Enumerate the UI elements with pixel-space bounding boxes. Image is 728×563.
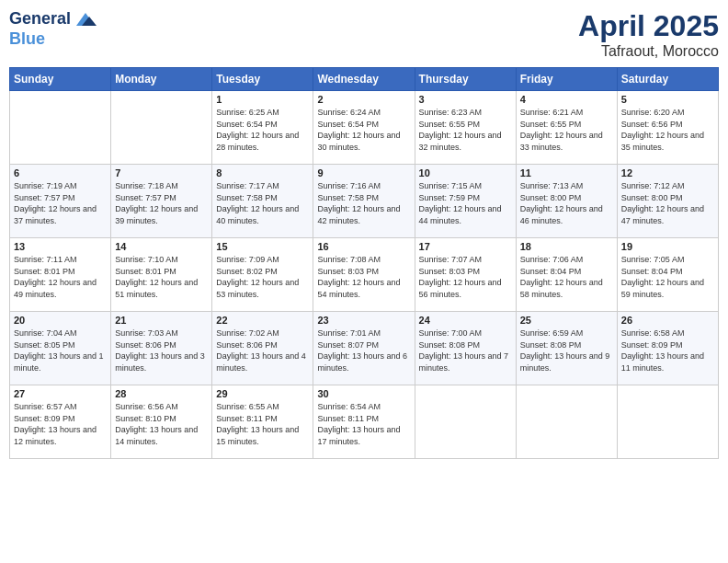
day-number: 8 [216,167,309,178]
day-info: Sunrise: 7:03 AMSunset: 8:06 PMDaylight:… [115,327,208,373]
day-info: Sunrise: 6:56 AMSunset: 8:10 PMDaylight:… [115,401,208,447]
day-info: Sunrise: 6:57 AMSunset: 8:09 PMDaylight:… [14,401,107,447]
day-info: Sunrise: 7:04 AMSunset: 8:05 PMDaylight:… [14,327,107,373]
day-info: Sunrise: 6:58 AMSunset: 8:09 PMDaylight:… [621,327,714,373]
day-number: 20 [14,315,107,326]
col-tuesday: Tuesday [212,68,313,91]
day-info: Sunrise: 7:11 AMSunset: 8:01 PMDaylight:… [14,254,107,300]
table-row: 18Sunrise: 7:06 AMSunset: 8:04 PMDayligh… [516,238,617,312]
day-info: Sunrise: 7:19 AMSunset: 7:57 PMDaylight:… [14,180,107,226]
day-number: 2 [317,94,410,105]
table-row: 3Sunrise: 6:23 AMSunset: 6:55 PMDaylight… [415,91,516,165]
day-number: 4 [520,94,613,105]
day-number: 10 [419,167,512,178]
table-row: 7Sunrise: 7:18 AMSunset: 7:57 PMDaylight… [111,165,212,238]
day-info: Sunrise: 7:02 AMSunset: 8:06 PMDaylight:… [216,327,309,373]
logo-blue: Blue [9,29,98,50]
day-number: 14 [115,241,208,252]
col-thursday: Thursday [415,68,516,91]
day-number: 24 [419,315,512,326]
table-row: 21Sunrise: 7:03 AMSunset: 8:06 PMDayligh… [111,312,212,385]
day-info: Sunrise: 7:06 AMSunset: 8:04 PMDaylight:… [520,254,613,300]
day-number: 26 [621,315,714,326]
table-row: 11Sunrise: 7:13 AMSunset: 8:00 PMDayligh… [516,165,617,238]
table-row: 6Sunrise: 7:19 AMSunset: 7:57 PMDaylight… [10,165,111,238]
table-row: 8Sunrise: 7:17 AMSunset: 7:58 PMDaylight… [212,165,313,238]
day-number: 12 [621,167,714,178]
day-number: 6 [14,167,107,178]
day-info: Sunrise: 6:55 AMSunset: 8:11 PMDaylight:… [216,401,309,447]
day-info: Sunrise: 7:08 AMSunset: 8:03 PMDaylight:… [317,254,410,300]
day-number: 7 [115,167,208,178]
day-info: Sunrise: 7:01 AMSunset: 8:07 PMDaylight:… [317,327,410,373]
day-info: Sunrise: 7:07 AMSunset: 8:03 PMDaylight:… [419,254,512,300]
table-row [111,91,212,165]
logo-icon [73,9,98,29]
table-row: 10Sunrise: 7:15 AMSunset: 7:59 PMDayligh… [415,165,516,238]
day-number: 25 [520,315,613,326]
table-row [516,385,617,459]
day-info: Sunrise: 7:13 AMSunset: 8:00 PMDaylight:… [520,180,613,226]
col-sunday: Sunday [10,68,111,91]
logo-text: General [9,9,98,29]
table-row [415,385,516,459]
day-number: 23 [317,315,410,326]
day-number: 27 [14,388,107,399]
day-info: Sunrise: 6:25 AMSunset: 6:54 PMDaylight:… [216,107,309,153]
table-row: 14Sunrise: 7:10 AMSunset: 8:01 PMDayligh… [111,238,212,312]
header: General Blue April 2025 Tafraout, Morocc… [9,9,719,60]
table-row: 15Sunrise: 7:09 AMSunset: 8:02 PMDayligh… [212,238,313,312]
calendar-title: April 2025 [578,9,719,43]
table-row: 26Sunrise: 6:58 AMSunset: 8:09 PMDayligh… [617,312,718,385]
day-info: Sunrise: 6:59 AMSunset: 8:08 PMDaylight:… [520,327,613,373]
day-number: 3 [419,94,512,105]
day-info: Sunrise: 6:20 AMSunset: 6:56 PMDaylight:… [621,107,714,153]
day-number: 22 [216,315,309,326]
table-row: 17Sunrise: 7:07 AMSunset: 8:03 PMDayligh… [415,238,516,312]
table-row: 23Sunrise: 7:01 AMSunset: 8:07 PMDayligh… [313,312,415,385]
table-row: 12Sunrise: 7:12 AMSunset: 8:00 PMDayligh… [617,165,718,238]
day-number: 15 [216,241,309,252]
day-info: Sunrise: 7:15 AMSunset: 7:59 PMDaylight:… [419,180,512,226]
day-info: Sunrise: 7:00 AMSunset: 8:08 PMDaylight:… [419,327,512,373]
day-info: Sunrise: 6:23 AMSunset: 6:55 PMDaylight:… [419,107,512,153]
day-number: 5 [621,94,714,105]
logo: General Blue [9,9,98,50]
table-row: 25Sunrise: 6:59 AMSunset: 8:08 PMDayligh… [516,312,617,385]
day-info: Sunrise: 6:54 AMSunset: 8:11 PMDaylight:… [317,401,410,447]
table-row: 4Sunrise: 6:21 AMSunset: 6:55 PMDaylight… [516,91,617,165]
day-info: Sunrise: 7:12 AMSunset: 8:00 PMDaylight:… [621,180,714,226]
table-row [10,91,111,165]
table-row: 28Sunrise: 6:56 AMSunset: 8:10 PMDayligh… [111,385,212,459]
table-row: 9Sunrise: 7:16 AMSunset: 7:58 PMDaylight… [313,165,415,238]
day-number: 17 [419,241,512,252]
day-info: Sunrise: 7:18 AMSunset: 7:57 PMDaylight:… [115,180,208,226]
table-row: 27Sunrise: 6:57 AMSunset: 8:09 PMDayligh… [10,385,111,459]
col-wednesday: Wednesday [313,68,415,91]
table-row: 19Sunrise: 7:05 AMSunset: 8:04 PMDayligh… [617,238,718,312]
day-info: Sunrise: 7:16 AMSunset: 7:58 PMDaylight:… [317,180,410,226]
day-info: Sunrise: 7:05 AMSunset: 8:04 PMDaylight:… [621,254,714,300]
col-friday: Friday [516,68,617,91]
col-monday: Monday [111,68,212,91]
day-info: Sunrise: 6:21 AMSunset: 6:55 PMDaylight:… [520,107,613,153]
table-row: 20Sunrise: 7:04 AMSunset: 8:05 PMDayligh… [10,312,111,385]
page: General Blue April 2025 Tafraout, Morocc… [0,0,728,563]
day-number: 16 [317,241,410,252]
day-info: Sunrise: 6:24 AMSunset: 6:54 PMDaylight:… [317,107,410,153]
day-number: 29 [216,388,309,399]
day-number: 13 [14,241,107,252]
table-row: 1Sunrise: 6:25 AMSunset: 6:54 PMDaylight… [212,91,313,165]
day-info: Sunrise: 7:09 AMSunset: 8:02 PMDaylight:… [216,254,309,300]
table-row: 30Sunrise: 6:54 AMSunset: 8:11 PMDayligh… [313,385,415,459]
title-section: April 2025 Tafraout, Morocco [578,9,719,60]
table-row: 5Sunrise: 6:20 AMSunset: 6:56 PMDaylight… [617,91,718,165]
table-row: 13Sunrise: 7:11 AMSunset: 8:01 PMDayligh… [10,238,111,312]
day-number: 21 [115,315,208,326]
day-info: Sunrise: 7:10 AMSunset: 8:01 PMDaylight:… [115,254,208,300]
day-number: 28 [115,388,208,399]
day-number: 9 [317,167,410,178]
table-row [617,385,718,459]
calendar-subtitle: Tafraout, Morocco [578,43,719,60]
table-row: 2Sunrise: 6:24 AMSunset: 6:54 PMDaylight… [313,91,415,165]
